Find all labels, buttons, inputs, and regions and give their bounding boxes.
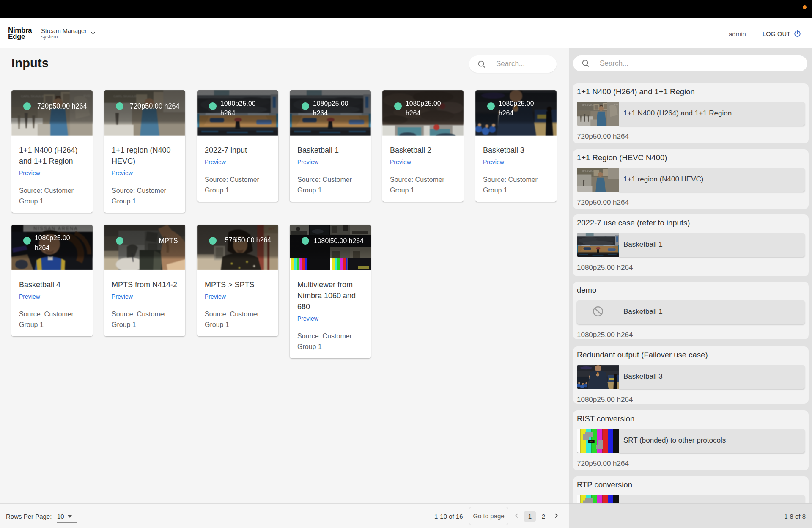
svg-text:SRT: SRT <box>589 440 593 443</box>
